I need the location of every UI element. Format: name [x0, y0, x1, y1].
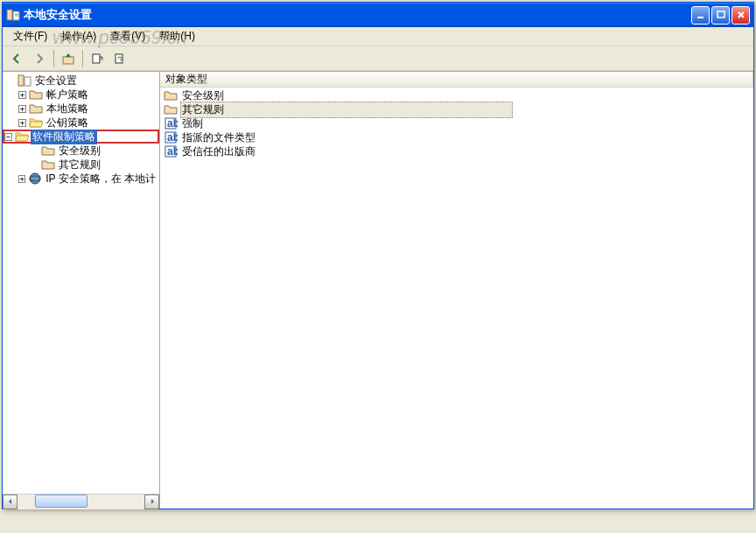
list-panel: 对象类型 安全级别 其它规则 ab 强制 ab 指派的文件类型 [160, 72, 753, 508]
menu-view[interactable]: 查看(V) [103, 27, 152, 46]
tree-label: 本地策略 [45, 102, 90, 116]
toolbar-separator [82, 50, 83, 67]
horizontal-scrollbar[interactable] [3, 494, 159, 508]
tree-label: 公钥策略 [45, 116, 90, 130]
folder-icon [29, 88, 43, 102]
tree-root-security[interactable]: 安全设置 [3, 74, 159, 88]
expand-icon[interactable]: + [18, 119, 26, 127]
svg-rect-0 [7, 10, 12, 20]
svg-rect-10 [24, 77, 31, 86]
scroll-right-button[interactable] [144, 494, 159, 509]
column-header-type[interactable]: 对象类型 [160, 72, 753, 87]
app-icon [6, 8, 20, 22]
tree-pubkey-policy[interactable]: + 公钥策略 [3, 116, 159, 130]
tree-label: 其它规则 [57, 158, 102, 172]
list-header: 对象类型 [160, 72, 753, 88]
list-item-label: 其它规则 [180, 102, 513, 118]
menu-help[interactable]: 帮助(H) [152, 27, 202, 46]
scroll-track[interactable] [18, 494, 144, 509]
maximize-button[interactable] [711, 6, 730, 25]
tree-local-policy[interactable]: + 本地策略 [3, 102, 159, 116]
window-title: 本地安全设置 [24, 7, 691, 23]
toolbar-separator [53, 50, 54, 67]
title-bar: 本地安全设置 [3, 3, 753, 27]
property-icon: ab [164, 144, 178, 158]
tree-label: IP 安全策略，在 本地计 [44, 172, 158, 186]
svg-rect-5 [718, 11, 724, 18]
list-item-enforce[interactable]: ab 强制 [160, 116, 753, 130]
folder-icon [41, 144, 55, 158]
tree-software-restriction[interactable]: − 软件限制策略 [3, 130, 159, 144]
folder-icon [29, 102, 43, 116]
scroll-thumb[interactable] [35, 494, 88, 508]
security-icon [18, 74, 32, 88]
tree-account-policy[interactable]: + 帐户策略 [3, 88, 159, 102]
svg-rect-9 [18, 75, 24, 86]
export-button[interactable] [87, 48, 108, 69]
list-item-label: 指派的文件类型 [180, 130, 257, 145]
up-button[interactable] [58, 48, 79, 69]
menu-bar: 文件(F) 操作(A) 查看(V) 帮助(H) [3, 27, 753, 46]
toolbar [3, 46, 753, 71]
main-window: 本地安全设置 文件(F) 操作(A) 查看(V) 帮助(H) 安全设置 [2, 2, 754, 509]
folder-icon [164, 88, 178, 102]
svg-point-11 [30, 173, 40, 184]
svg-rect-4 [697, 17, 704, 18]
svg-text:ab: ab [167, 145, 178, 158]
svg-text:ab: ab [167, 131, 178, 144]
expand-icon[interactable]: + [18, 175, 25, 183]
tree-label: 帐户策略 [45, 88, 90, 102]
menu-file[interactable]: 文件(F) [6, 27, 54, 46]
tree-label: 安全级别 [57, 144, 102, 158]
minimize-button[interactable] [691, 6, 710, 25]
tree-label: 软件限制策略 [31, 130, 97, 144]
list-item-label: 受信任的出版商 [180, 144, 257, 159]
menu-action[interactable]: 操作(A) [54, 27, 103, 46]
tree-label: 安全设置 [33, 74, 79, 88]
folder-open-icon [15, 130, 29, 144]
back-button[interactable] [6, 48, 27, 69]
window-buttons [691, 6, 750, 25]
network-icon [28, 172, 42, 186]
svg-text:ab: ab [167, 117, 178, 130]
collapse-icon[interactable]: − [4, 133, 12, 141]
list-item-trusted-pub[interactable]: ab 受信任的出版商 [160, 144, 753, 158]
tree-panel: 安全设置 + 帐户策略 + 本地策略 + 公钥策略 [3, 72, 160, 508]
folder-icon [41, 158, 55, 172]
list-item-label: 强制 [180, 116, 205, 131]
tree-view[interactable]: 安全设置 + 帐户策略 + 本地策略 + 公钥策略 [3, 72, 159, 494]
tree-ip-policy[interactable]: + IP 安全策略，在 本地计 [3, 172, 159, 186]
svg-rect-6 [63, 57, 74, 64]
property-icon: ab [164, 130, 178, 144]
forward-button[interactable] [29, 48, 50, 69]
list-item-file-types[interactable]: ab 指派的文件类型 [160, 130, 753, 144]
folder-icon [164, 102, 178, 116]
property-icon: ab [164, 116, 178, 130]
close-button[interactable] [732, 6, 750, 25]
list-body[interactable]: 安全级别 其它规则 ab 强制 ab 指派的文件类型 ab 受信任的出版商 [160, 88, 753, 508]
folder-open-icon [29, 116, 43, 130]
tree-other-rules[interactable]: 其它规则 [3, 158, 159, 172]
list-item-other-rules[interactable]: 其它规则 [160, 102, 753, 116]
tree-security-level[interactable]: 安全级别 [3, 144, 159, 158]
content-area: 安全设置 + 帐户策略 + 本地策略 + 公钥策略 [3, 71, 753, 508]
expand-icon[interactable]: + [18, 105, 26, 113]
refresh-button[interactable] [109, 48, 130, 69]
expand-icon[interactable]: + [18, 91, 26, 99]
svg-rect-7 [93, 54, 100, 63]
scroll-left-button[interactable] [3, 494, 18, 509]
